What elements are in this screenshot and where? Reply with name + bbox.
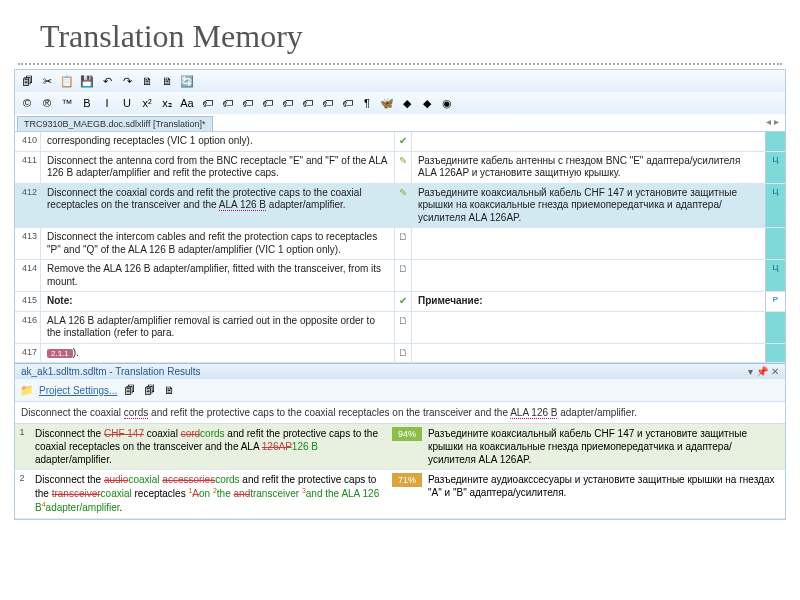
- tm-icon-2[interactable]: 🗐: [141, 382, 157, 398]
- results-toolbar: 📁 Project Settings... 🗐 🗐 🗎: [15, 379, 785, 402]
- toolbar-icon[interactable]: 🏷: [259, 95, 275, 111]
- toolbar-icon[interactable]: I: [99, 95, 115, 111]
- segment-status: [765, 228, 785, 259]
- status-icon[interactable]: 🗋: [394, 260, 412, 291]
- status-icon[interactable]: 🗋: [394, 228, 412, 259]
- toolbar-icon[interactable]: ↷: [119, 73, 135, 89]
- toolbar-icon[interactable]: 🏷: [219, 95, 235, 111]
- segment-row[interactable]: 412Disconnect the coaxial cords and refi…: [15, 184, 785, 229]
- segment-status: [765, 132, 785, 151]
- match-percentage: 71%: [392, 473, 422, 487]
- source-cell[interactable]: Note:: [41, 292, 394, 311]
- toolbar-icon[interactable]: Aa: [179, 95, 195, 111]
- toolbar-icon[interactable]: ®: [39, 95, 55, 111]
- toolbar-icon[interactable]: ©: [19, 95, 35, 111]
- divider: [18, 63, 782, 65]
- target-cell[interactable]: [412, 312, 765, 343]
- toolbar-icon[interactable]: 🏷: [239, 95, 255, 111]
- target-cell[interactable]: [412, 228, 765, 259]
- status-icon[interactable]: ✔: [394, 292, 412, 311]
- toolbar-icon[interactable]: 🗎: [139, 73, 155, 89]
- target-cell[interactable]: [412, 344, 765, 363]
- toolbar-icon[interactable]: x²: [139, 95, 155, 111]
- toolbar-icon[interactable]: U: [119, 95, 135, 111]
- source-cell[interactable]: Disconnect the antenna cord from the BNC…: [41, 152, 394, 183]
- match-percentage: 94%: [392, 427, 422, 441]
- toolbar-icon[interactable]: ◆: [419, 95, 435, 111]
- page-title: Translation Memory: [0, 0, 800, 63]
- segment-number: 413: [15, 228, 41, 259]
- source-cell[interactable]: Disconnect the intercom cables and refit…: [41, 228, 394, 259]
- match-number: 1: [15, 424, 29, 469]
- segment-number: 415: [15, 292, 41, 311]
- status-icon[interactable]: ✔: [394, 132, 412, 151]
- segment-row[interactable]: 413Disconnect the intercom cables and re…: [15, 228, 785, 260]
- status-icon[interactable]: 🗋: [394, 344, 412, 363]
- project-icon[interactable]: 📁: [19, 382, 35, 398]
- results-panel-header[interactable]: ak_ak1.sdltm.sdltm - Translation Results…: [15, 363, 785, 379]
- source-cell[interactable]: 2.1.1).: [41, 344, 394, 363]
- toolbar-icon[interactable]: x₂: [159, 95, 175, 111]
- toolbar-icon[interactable]: 📋: [59, 73, 75, 89]
- source-cell[interactable]: ALA 126 B adapter/amplifier removal is c…: [41, 312, 394, 343]
- project-settings-link[interactable]: Project Settings...: [39, 385, 117, 396]
- segment-row[interactable]: 410corresponding receptacles (VIC 1 opti…: [15, 132, 785, 152]
- match-target: Разъедините коаксиальный кабель CHF 147 …: [422, 424, 785, 469]
- segment-row[interactable]: 411Disconnect the antenna cord from the …: [15, 152, 785, 184]
- segment-row[interactable]: 416ALA 126 B adapter/amplifier removal i…: [15, 312, 785, 344]
- segment-status: Ц: [765, 260, 785, 291]
- toolbar-icon[interactable]: 🔄: [179, 73, 195, 89]
- segment-status: Ц: [765, 152, 785, 183]
- tm-matches: 1Disconnect the CHF 147 coaxial cordcord…: [15, 424, 785, 519]
- status-icon[interactable]: 🗋: [394, 312, 412, 343]
- tm-icon-1[interactable]: 🗐: [121, 382, 137, 398]
- toolbar-icon[interactable]: ◆: [399, 95, 415, 111]
- scroll-arrows[interactable]: ◂ ▸: [760, 114, 785, 129]
- tm-icon-3[interactable]: 🗎: [161, 382, 177, 398]
- toolbar-icon[interactable]: ™: [59, 95, 75, 111]
- toolbar-icon[interactable]: ◉: [439, 95, 455, 111]
- source-cell[interactable]: Remove the ALA 126 B adapter/amplifier, …: [41, 260, 394, 291]
- tm-match-row[interactable]: 1Disconnect the CHF 147 coaxial cordcord…: [15, 424, 785, 470]
- segment-row[interactable]: 414Remove the ALA 126 B adapter/amplifie…: [15, 260, 785, 292]
- cat-tool-window: 🗐✂📋💾↶↷🗎🗎🔄 ©®™BIUx²x₂Aa🏷🏷🏷🏷🏷🏷🏷🏷¶🦋◆◆◉ TRC9…: [14, 69, 786, 520]
- toolbar-icon[interactable]: 🏷: [299, 95, 315, 111]
- toolbar-icon[interactable]: 🗐: [19, 73, 35, 89]
- toolbar-icon[interactable]: 💾: [79, 73, 95, 89]
- toolbar-icon[interactable]: 🏷: [199, 95, 215, 111]
- toolbar-icon[interactable]: ✂: [39, 73, 55, 89]
- target-cell[interactable]: Примечание:: [412, 292, 765, 311]
- segment-number: 417: [15, 344, 41, 363]
- toolbar-icon[interactable]: B: [79, 95, 95, 111]
- segment-number: 414: [15, 260, 41, 291]
- segment-number: 416: [15, 312, 41, 343]
- match-source: Disconnect the CHF 147 coaxial cordcords…: [29, 424, 392, 469]
- format-toolbar: ©®™BIUx²x₂Aa🏷🏷🏷🏷🏷🏷🏷🏷¶🦋◆◆◉: [15, 92, 785, 114]
- target-cell[interactable]: [412, 260, 765, 291]
- status-icon[interactable]: ✎: [394, 152, 412, 183]
- target-cell[interactable]: [412, 132, 765, 151]
- segment-number: 412: [15, 184, 41, 228]
- toolbar-icon[interactable]: 🏷: [339, 95, 355, 111]
- segment-status: [765, 344, 785, 363]
- tm-match-row[interactable]: 2Disconnect the audiocoaxial accessories…: [15, 470, 785, 519]
- source-cell[interactable]: corresponding receptacles (VIC 1 option …: [41, 132, 394, 151]
- source-cell[interactable]: Disconnect the coaxial cords and refit t…: [41, 184, 394, 228]
- toolbar-icon[interactable]: ↶: [99, 73, 115, 89]
- segment-status: P: [765, 292, 785, 311]
- results-source-segment: Disconnect the coaxial cords and refit t…: [15, 402, 785, 424]
- target-cell[interactable]: Разъедините кабель антенны с гнездом BNC…: [412, 152, 765, 183]
- segment-status: [765, 312, 785, 343]
- segment-number: 411: [15, 152, 41, 183]
- status-icon[interactable]: ✎: [394, 184, 412, 228]
- toolbar-icon[interactable]: 🦋: [379, 95, 395, 111]
- toolbar-icon[interactable]: ¶: [359, 95, 375, 111]
- pin-icon[interactable]: ▾ 📌 ✕: [748, 366, 779, 377]
- segment-row[interactable]: 415Note:✔Примечание:P: [15, 292, 785, 312]
- toolbar-icon[interactable]: 🏷: [279, 95, 295, 111]
- document-tab[interactable]: TRC9310B_MAEGB.doc.sdlxliff [Translation…: [17, 116, 213, 131]
- segment-row[interactable]: 4172.1.1).🗋: [15, 344, 785, 364]
- toolbar-icon[interactable]: 🏷: [319, 95, 335, 111]
- target-cell[interactable]: Разъедините коаксиальный кабель CHF 147 …: [412, 184, 765, 228]
- toolbar-icon[interactable]: 🗎: [159, 73, 175, 89]
